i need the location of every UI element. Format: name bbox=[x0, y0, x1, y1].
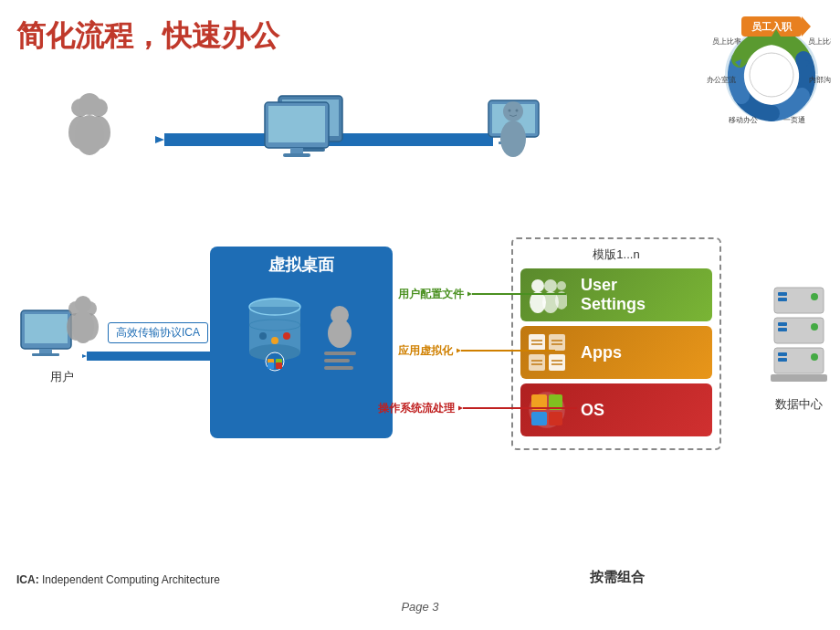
svg-point-20 bbox=[79, 93, 100, 115]
svg-point-37 bbox=[516, 110, 519, 112]
bottom-section: 用户 高效传输协议ICA 虚拟桌面 bbox=[0, 237, 840, 557]
svg-rect-101 bbox=[778, 358, 787, 362]
ica-bold: ICA: bbox=[16, 573, 39, 586]
svg-marker-3 bbox=[802, 16, 811, 37]
template-title: 模版1...n bbox=[520, 247, 712, 263]
monitors-group bbox=[256, 91, 356, 168]
virtual-desktop-block: 虚拟桌面 bbox=[210, 247, 393, 438]
annotation-apps: 应用虚拟化 bbox=[398, 342, 557, 359]
annotation-os: 操作系统流处理 bbox=[378, 400, 579, 416]
svg-text:移动办公: 移动办公 bbox=[729, 116, 758, 124]
svg-rect-28 bbox=[290, 148, 303, 154]
svg-point-35 bbox=[500, 121, 526, 157]
svg-rect-97 bbox=[778, 328, 787, 331]
ica-arrow-area: 高效传输协议ICA bbox=[82, 342, 228, 370]
page-number: Page 3 bbox=[401, 600, 438, 614]
svg-rect-27 bbox=[268, 106, 325, 142]
ondemand-label: 按需组合 bbox=[509, 569, 725, 586]
page-title: 简化流程，快速办公 bbox=[16, 16, 279, 57]
svg-rect-39 bbox=[25, 314, 68, 343]
ica-note: ICA: Independent Computing Architecture bbox=[16, 573, 220, 586]
ica-label: 高效传输协议ICA bbox=[108, 322, 208, 343]
svg-point-57 bbox=[283, 332, 290, 340]
svg-point-47 bbox=[72, 310, 94, 343]
single-person bbox=[484, 91, 543, 168]
svg-point-55 bbox=[259, 332, 267, 340]
annotation-user-config-text: 用户配置文件 bbox=[398, 287, 464, 302]
svg-rect-92 bbox=[778, 292, 787, 296]
database-icon bbox=[243, 290, 307, 373]
svg-rect-100 bbox=[778, 352, 787, 356]
svg-text:员上比率: 员上比率 bbox=[712, 37, 741, 46]
user-label: 用户 bbox=[50, 369, 74, 385]
svg-point-36 bbox=[509, 110, 511, 112]
svg-rect-66 bbox=[324, 359, 350, 362]
svg-point-21 bbox=[75, 115, 104, 155]
svg-point-98 bbox=[811, 323, 818, 331]
svg-rect-29 bbox=[283, 153, 310, 157]
annotation-apps-text: 应用虚拟化 bbox=[398, 343, 453, 359]
users-group bbox=[64, 91, 146, 163]
svg-point-56 bbox=[271, 337, 278, 344]
svg-rect-96 bbox=[778, 322, 787, 326]
module-os-label: OS bbox=[573, 401, 712, 420]
annotation-user-config: 用户配置文件 bbox=[398, 286, 568, 302]
annotation-os-text: 操作系统流处理 bbox=[378, 401, 455, 416]
svg-rect-41 bbox=[32, 353, 59, 356]
datacenter-icon bbox=[767, 283, 831, 393]
svg-rect-103 bbox=[771, 374, 827, 382]
document-person-icon bbox=[320, 304, 361, 373]
ica-text: Independent Computing Architecture bbox=[39, 573, 220, 586]
svg-text:员工入职: 员工入职 bbox=[751, 21, 793, 32]
svg-text:内部沟通: 内部沟通 bbox=[809, 76, 831, 84]
svg-point-1 bbox=[750, 53, 793, 97]
vd-label: 虚拟桌面 bbox=[268, 254, 334, 276]
svg-text:员上比率: 员上比率 bbox=[808, 37, 831, 46]
svg-rect-61 bbox=[268, 362, 274, 369]
datacenter-label: 数据中心 bbox=[775, 396, 823, 413]
svg-text:办公室流: 办公室流 bbox=[707, 76, 736, 84]
svg-rect-65 bbox=[324, 352, 356, 355]
svg-rect-62 bbox=[276, 362, 282, 369]
user-block: 用户 bbox=[16, 292, 108, 385]
svg-point-34 bbox=[503, 101, 523, 121]
svg-point-94 bbox=[811, 293, 818, 300]
module-user-settings-label: UserSettings bbox=[573, 276, 712, 314]
datacenter-block: 数据中心 bbox=[767, 283, 831, 413]
top-section bbox=[37, 91, 584, 201]
svg-text:一页通: 一页通 bbox=[783, 116, 805, 124]
circle-diagram: 员工入职 员上比率 内部沟通 一页通 移动办公 办公室流 员上比率 bbox=[703, 9, 831, 128]
svg-point-64 bbox=[328, 319, 352, 348]
svg-point-44 bbox=[75, 296, 91, 312]
svg-point-102 bbox=[811, 353, 818, 361]
module-apps-label: Apps bbox=[573, 343, 712, 362]
svg-rect-93 bbox=[778, 298, 787, 301]
svg-rect-67 bbox=[324, 366, 353, 370]
